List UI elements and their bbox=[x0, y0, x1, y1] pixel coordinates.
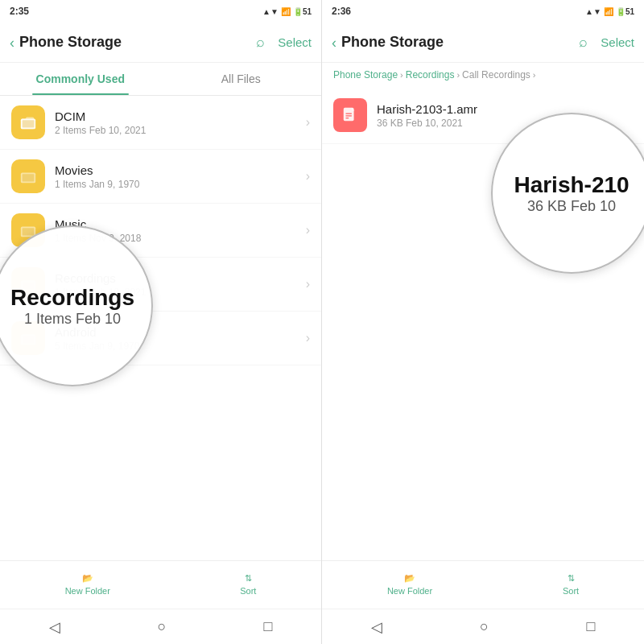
right-nav-left: ‹ Phone Storage bbox=[332, 34, 444, 51]
new-folder-icon: 📂 bbox=[82, 574, 93, 583]
svg-rect-1 bbox=[23, 120, 35, 127]
left-status-bar: 2:35 ▲▼ 📶 🔋51 bbox=[0, 0, 321, 23]
recents-nav-button[interactable]: □ bbox=[264, 618, 273, 635]
battery-icon: 🔋51 bbox=[293, 7, 312, 16]
right-battery-icon: 🔋51 bbox=[616, 7, 634, 16]
right-sort-button[interactable]: ⇅ Sort bbox=[563, 574, 579, 596]
right-signal-icon: ▲▼ bbox=[585, 7, 601, 16]
breadcrumb: Phone Storage › Recordings › Call Record… bbox=[322, 63, 644, 87]
breadcrumb-phone-storage[interactable]: Phone Storage bbox=[333, 69, 398, 80]
right-back-button[interactable]: ‹ bbox=[332, 35, 336, 50]
svg-rect-5 bbox=[23, 228, 35, 235]
left-time: 2:35 bbox=[10, 6, 29, 17]
breadcrumb-sep-2: › bbox=[456, 70, 460, 80]
file-meta-movies: 1 Items Jan 9, 1970 bbox=[55, 179, 306, 190]
audio-file-icon bbox=[333, 98, 367, 132]
right-sort-icon: ⇅ bbox=[568, 574, 575, 583]
zoom-right-main: Harish-210 bbox=[514, 172, 629, 198]
zoom-left-sub: 1 Items Feb 10 bbox=[10, 311, 134, 328]
right-status-bar: 2:36 ▲▼ 📶 🔋51 bbox=[322, 0, 644, 23]
file-name-harish: Harish-2103-1.amr bbox=[377, 102, 633, 116]
folder-icon-dcim bbox=[11, 105, 45, 139]
right-select-button[interactable]: Select bbox=[601, 35, 634, 49]
breadcrumb-sep-3: › bbox=[533, 70, 536, 80]
right-recents-nav-button[interactable]: □ bbox=[586, 618, 595, 635]
tab-all-files[interactable]: All Files bbox=[161, 63, 322, 95]
left-search-icon[interactable]: ⌕ bbox=[256, 34, 265, 51]
right-back-nav-button[interactable]: ◁ bbox=[371, 618, 382, 636]
signal-icon: ▲▼ bbox=[262, 7, 279, 16]
arrow-icon-recordings: › bbox=[306, 277, 310, 291]
left-top-nav: ‹ Phone Storage ⌕ Select bbox=[0, 23, 321, 63]
tab-commonly-used[interactable]: Commonly Used bbox=[0, 63, 161, 95]
right-new-folder-icon: 📂 bbox=[404, 574, 415, 583]
wifi-icon: 📶 bbox=[281, 7, 291, 16]
file-item-movies[interactable]: Movies 1 Items Jan 9, 1970 › bbox=[0, 150, 321, 204]
right-phone-panel: 2:36 ▲▼ 📶 🔋51 ‹ Phone Storage ⌕ Select P… bbox=[322, 0, 644, 644]
left-sys-nav: ◁ ○ □ bbox=[0, 609, 321, 644]
left-sort-button[interactable]: ⇅ Sort bbox=[240, 574, 256, 596]
left-status-icons: ▲▼ 📶 🔋51 bbox=[262, 7, 312, 16]
left-tabs: Commonly Used All Files bbox=[0, 63, 321, 96]
left-phone-panel: 2:35 ▲▼ 📶 🔋51 ‹ Phone Storage ⌕ Select C… bbox=[0, 0, 322, 644]
zoom-left-main: Recordings bbox=[10, 285, 134, 311]
left-back-button[interactable]: ‹ bbox=[10, 35, 14, 50]
left-bottom-toolbar: 📂 New Folder ⇅ Sort bbox=[0, 560, 321, 609]
left-nav-left: ‹ Phone Storage bbox=[10, 34, 122, 51]
right-time: 2:36 bbox=[332, 6, 351, 17]
arrow-icon-dcim: › bbox=[306, 115, 310, 130]
left-nav-title: Phone Storage bbox=[19, 34, 122, 51]
sort-icon: ⇅ bbox=[245, 574, 252, 583]
file-name-dcim: DCIM bbox=[55, 109, 306, 123]
arrow-icon-music: › bbox=[306, 223, 310, 237]
left-new-folder-button[interactable]: 📂 New Folder bbox=[65, 574, 110, 596]
svg-rect-3 bbox=[23, 174, 35, 181]
right-nav-title: Phone Storage bbox=[341, 34, 444, 51]
home-nav-button[interactable]: ○ bbox=[158, 618, 167, 635]
right-status-icons: ▲▼ 📶 🔋51 bbox=[585, 7, 634, 16]
right-home-nav-button[interactable]: ○ bbox=[480, 618, 489, 635]
left-nav-right: ⌕ Select bbox=[256, 34, 312, 51]
file-name-movies: Movies bbox=[55, 163, 306, 177]
zoom-right-text: Harish-210 36 KB Feb 10 bbox=[506, 164, 637, 223]
right-nav-right: ⌕ Select bbox=[579, 34, 634, 51]
arrow-icon-android: › bbox=[306, 331, 310, 345]
zoom-circle-right: Harish-210 36 KB Feb 10 bbox=[491, 113, 644, 274]
right-new-folder-button[interactable]: 📂 New Folder bbox=[387, 574, 432, 596]
file-info-dcim: DCIM 2 Items Feb 10, 2021 bbox=[55, 109, 306, 136]
zoom-left-text: Recordings 1 Items Feb 10 bbox=[2, 277, 142, 336]
arrow-icon-movies: › bbox=[306, 169, 310, 184]
right-top-nav: ‹ Phone Storage ⌕ Select bbox=[322, 23, 644, 63]
breadcrumb-recordings[interactable]: Recordings bbox=[406, 69, 455, 80]
right-wifi-icon: 📶 bbox=[604, 7, 613, 16]
zoom-right-sub: 36 KB Feb 10 bbox=[514, 198, 629, 215]
right-bottom-toolbar: 📂 New Folder ⇅ Sort bbox=[322, 560, 644, 609]
breadcrumb-sep-1: › bbox=[400, 70, 403, 80]
left-select-button[interactable]: Select bbox=[278, 35, 312, 49]
right-sys-nav: ◁ ○ □ bbox=[322, 609, 644, 644]
file-info-movies: Movies 1 Items Jan 9, 1970 bbox=[55, 163, 306, 190]
breadcrumb-call-recordings[interactable]: Call Recordings bbox=[462, 69, 530, 80]
back-nav-button[interactable]: ◁ bbox=[49, 618, 60, 636]
file-meta-dcim: 2 Items Feb 10, 2021 bbox=[55, 125, 306, 136]
folder-icon-movies bbox=[11, 159, 45, 193]
file-item-dcim[interactable]: DCIM 2 Items Feb 10, 2021 › bbox=[0, 96, 321, 150]
right-search-icon[interactable]: ⌕ bbox=[579, 34, 588, 51]
